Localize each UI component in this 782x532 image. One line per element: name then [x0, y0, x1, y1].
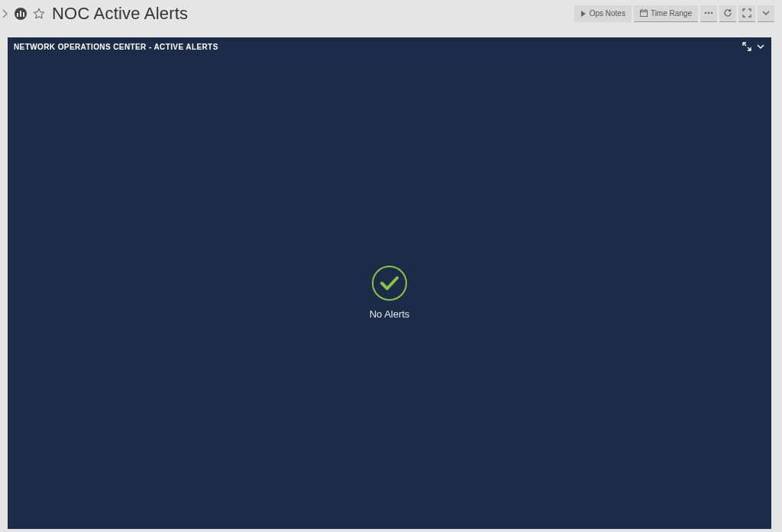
refresh-icon — [723, 8, 732, 18]
play-icon — [580, 11, 586, 17]
more-options-button[interactable] — [700, 5, 717, 22]
time-range-button[interactable]: Time Range — [634, 5, 698, 22]
page-header: NOC Active Alerts Ops Notes Time Range — [0, 0, 782, 27]
svg-point-8 — [705, 12, 706, 14]
svg-point-10 — [711, 12, 713, 14]
expand-handle[interactable] — [0, 7, 11, 21]
svg-point-9 — [708, 12, 709, 14]
fullscreen-icon — [742, 8, 751, 18]
widget-menu-button[interactable] — [756, 44, 765, 50]
ops-notes-label: Ops Notes — [590, 9, 625, 18]
page-title: NOC Active Alerts — [52, 4, 188, 24]
chevron-down-icon — [761, 10, 771, 16]
header-toolbar: Ops Notes Time Range — [574, 5, 774, 22]
widget-body: No Alerts — [8, 56, 771, 529]
expand-icon — [742, 42, 751, 51]
dropdown-button[interactable] — [758, 5, 774, 22]
header-left: NOC Active Alerts — [0, 4, 574, 24]
widget-title: NETWORK OPERATIONS CENTER - ACTIVE ALERT… — [14, 43, 742, 51]
svg-rect-2 — [20, 11, 21, 17]
widget-header: NETWORK OPERATIONS CENTER - ACTIVE ALERT… — [8, 37, 771, 56]
empty-state-text: No Alerts — [370, 308, 410, 320]
favorite-star-icon[interactable] — [32, 7, 46, 21]
widget-expand-button[interactable] — [742, 42, 751, 51]
dots-icon — [704, 11, 713, 15]
svg-rect-3 — [23, 12, 24, 17]
ops-notes-button[interactable]: Ops Notes — [574, 5, 632, 22]
alerts-widget: NETWORK OPERATIONS CENTER - ACTIVE ALERT… — [8, 37, 771, 529]
svg-rect-4 — [640, 11, 647, 17]
check-circle-icon — [372, 266, 407, 301]
widget-controls — [742, 42, 765, 51]
widget-container: NETWORK OPERATIONS CENTER - ACTIVE ALERT… — [0, 27, 782, 532]
refresh-button[interactable] — [719, 5, 736, 22]
chevron-down-icon — [756, 44, 765, 50]
chevron-right-icon — [2, 9, 8, 18]
fullscreen-button[interactable] — [738, 5, 755, 22]
time-range-label: Time Range — [651, 9, 692, 18]
dashboard-icon — [14, 7, 27, 21]
svg-rect-1 — [17, 13, 18, 17]
calendar-icon — [640, 9, 648, 17]
